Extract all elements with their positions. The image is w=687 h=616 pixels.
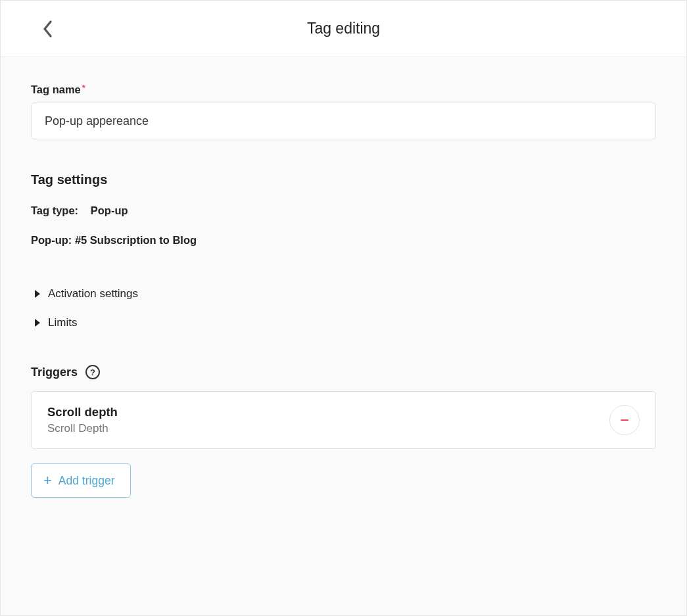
- limits-toggle[interactable]: Limits: [31, 308, 656, 337]
- trigger-type: Scroll Depth: [47, 422, 118, 435]
- trigger-card[interactable]: Scroll depth Scroll Depth: [31, 391, 656, 449]
- add-trigger-button[interactable]: + Add trigger: [31, 463, 131, 498]
- popup-info-row: Pop-up: #5 Subscription to Blog: [31, 234, 656, 247]
- content-area: Tag name* Tag settings Tag type: Pop-up …: [1, 57, 686, 498]
- required-asterisk: *: [82, 83, 85, 93]
- trigger-name: Scroll depth: [47, 405, 118, 419]
- page-header: Tag editing: [1, 1, 686, 57]
- plus-icon: +: [43, 473, 52, 488]
- tag-type-value: Pop-up: [91, 204, 128, 216]
- page-title: Tag editing: [307, 20, 380, 37]
- tag-name-input[interactable]: [31, 103, 656, 139]
- minus-icon: [620, 415, 629, 425]
- triggers-title: Triggers: [31, 366, 78, 379]
- tag-type-row: Tag type: Pop-up: [31, 204, 656, 217]
- caret-right-icon: [35, 290, 40, 298]
- activation-settings-label: Activation settings: [48, 287, 138, 300]
- add-trigger-label: Add trigger: [59, 474, 115, 488]
- tag-name-label-text: Tag name: [31, 83, 81, 95]
- caret-right-icon: [35, 319, 40, 327]
- back-button[interactable]: [36, 17, 60, 41]
- activation-settings-toggle[interactable]: Activation settings: [31, 279, 656, 308]
- tag-name-label: Tag name*: [31, 83, 656, 96]
- trigger-info: Scroll depth Scroll Depth: [47, 405, 118, 435]
- tag-type-key: Tag type:: [31, 204, 78, 216]
- help-icon[interactable]: ?: [85, 365, 100, 379]
- chevron-left-icon: [42, 20, 54, 38]
- tag-settings-title: Tag settings: [31, 172, 656, 187]
- triggers-header: Triggers ?: [31, 365, 656, 379]
- remove-trigger-button[interactable]: [609, 405, 640, 435]
- limits-label: Limits: [48, 316, 77, 329]
